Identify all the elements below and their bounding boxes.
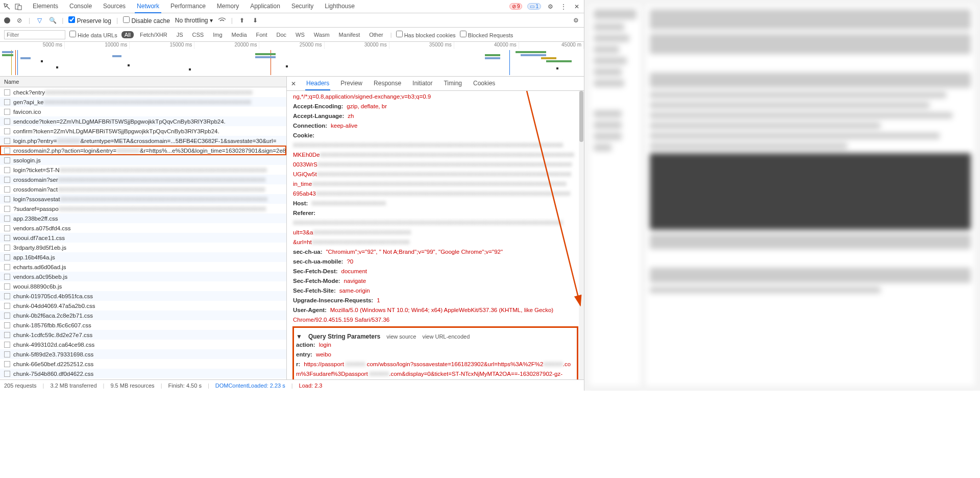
info-badge[interactable]: ▭ 1 xyxy=(527,3,541,10)
document-icon xyxy=(4,274,10,280)
query-string-parameters: ▼ Query String Parameters view source vi… xyxy=(293,327,578,379)
request-row[interactable]: chunk-75d4b860.df0d4622.css xyxy=(0,369,286,378)
request-row[interactable]: gen?api_keXXXXXXXXXXXXXXXXXXXXXXXXXXXXXX… xyxy=(0,97,286,107)
network-settings-icon[interactable]: ⚙ xyxy=(572,16,580,25)
document-icon xyxy=(4,293,10,299)
type-filter-img[interactable]: Img xyxy=(210,31,225,38)
tab-lighthouse[interactable]: Lighthouse xyxy=(323,0,357,13)
search-icon[interactable]: 🔍 xyxy=(48,16,57,25)
detail-tab-cookies[interactable]: Cookies xyxy=(472,77,496,90)
record-button[interactable] xyxy=(4,17,10,23)
type-filter-all[interactable]: All xyxy=(121,31,134,38)
accept-tail: ng,*/*;q=0.8,application/signed-exchange… xyxy=(293,93,431,100)
detail-tab-initiator[interactable]: Initiator xyxy=(411,77,433,90)
request-row[interactable]: crossdomain?actXXXXXXXXXXXXXXXXXXXXXXXXX… xyxy=(0,184,286,194)
network-toolbar: ⊘ | ▽ 🔍 | Preserve log | Disable cache N… xyxy=(0,13,584,28)
headers-pane[interactable]: ng,*/*;q=0.8,application/signed-exchange… xyxy=(287,91,584,379)
request-row[interactable]: echarts.ad6d06ad.js xyxy=(0,262,286,272)
request-row[interactable]: login.php?entry=XXXXXX&returntype=META&c… xyxy=(0,136,286,146)
device-toggle-icon[interactable] xyxy=(14,3,22,11)
request-row[interactable]: ?sudaref=passpoXXXXXXXXXXXXXXXXXXXXXXXXX… xyxy=(0,204,286,213)
request-row[interactable]: chunk-66e50bef.d2252512.css xyxy=(0,359,286,369)
view-source-link[interactable]: view source xyxy=(386,333,416,340)
request-row[interactable]: wooui.88890c6b.js xyxy=(0,281,286,291)
request-row[interactable]: ssologin.js xyxy=(0,155,286,165)
status-dcl: DOMContentLoaded: 2.23 s xyxy=(215,383,285,389)
accept-encoding: gzip, deflate, br xyxy=(347,103,387,109)
tab-application[interactable]: Application xyxy=(248,0,282,13)
error-badge[interactable]: ⊘ 9 xyxy=(509,3,523,10)
request-row[interactable]: chunk-5f89d2e3.79331698.css xyxy=(0,349,286,359)
request-row[interactable]: chunk-18576fbb.f6c6c607.css xyxy=(0,320,286,330)
tab-performance[interactable]: Performance xyxy=(168,0,208,13)
document-icon xyxy=(4,206,10,212)
request-row[interactable]: check?entryXXXXXXXXXXXXXXXXXXXXXXXXXXXXX… xyxy=(0,87,286,97)
inspect-icon[interactable] xyxy=(3,3,11,11)
hide-data-urls-checkbox[interactable]: Hide data URLs xyxy=(69,31,117,38)
type-filter-font[interactable]: Font xyxy=(253,31,271,38)
network-timeline[interactable]: 5000 ms10000 ms15000 ms20000 ms25000 ms3… xyxy=(0,42,584,77)
close-icon[interactable]: ✕ xyxy=(573,3,581,11)
scrollbar[interactable] xyxy=(579,91,584,379)
clear-icon[interactable]: ⊘ xyxy=(15,16,23,25)
request-row[interactable]: app.16b4f64a.js xyxy=(0,252,286,262)
filter-toggle-icon[interactable]: ▽ xyxy=(35,16,43,25)
tab-memory[interactable]: Memory xyxy=(215,0,241,13)
request-row[interactable]: chunk-4993102d.ca64ce98.css xyxy=(0,340,286,349)
request-row[interactable]: wooui.df7ace11.css xyxy=(0,233,286,243)
type-filter-other[interactable]: Other xyxy=(366,31,386,38)
type-filter-wasm[interactable]: Wasm xyxy=(311,31,333,38)
request-row[interactable]: chunk-04dd4069.47a5a2b0.css xyxy=(0,301,286,310)
type-filter-ws[interactable]: WS xyxy=(292,31,308,38)
request-row[interactable]: vendors.a0c95beb.js xyxy=(0,272,286,281)
tab-network[interactable]: Network xyxy=(135,0,161,13)
detail-tab-preview[interactable]: Preview xyxy=(339,77,363,90)
request-row[interactable]: chunk-0b2f6aca.2c8e2b71.css xyxy=(0,310,286,320)
blocked-cookies-checkbox[interactable]: Has blocked cookies xyxy=(396,31,456,38)
wifi-icon[interactable] xyxy=(218,16,226,25)
request-row[interactable]: chunk-019705cd.4b951fca.css xyxy=(0,291,286,301)
tab-security[interactable]: Security xyxy=(289,0,315,13)
detail-tab-timing[interactable]: Timing xyxy=(443,77,463,90)
request-row[interactable]: crossdomain2.php?action=login&entry=XXXX… xyxy=(0,146,286,155)
upload-icon[interactable]: ⬆ xyxy=(238,16,246,25)
type-filters: AllFetch/XHRJSCSSImgMediaFontDocWSWasmMa… xyxy=(121,31,386,38)
request-row[interactable]: confirm?token=2ZmVhLDgMAFBRiT5WSjjBpgwoj… xyxy=(0,126,286,136)
throttling-select[interactable]: No throttling ▾ xyxy=(175,17,213,24)
tab-sources[interactable]: Sources xyxy=(101,0,128,13)
preserve-log-checkbox[interactable]: Preserve log xyxy=(68,16,111,25)
type-filter-fetch-xhr[interactable]: Fetch/XHR xyxy=(137,31,170,38)
request-row[interactable]: app.238be2ff.css xyxy=(0,213,286,223)
tab-elements[interactable]: Elements xyxy=(31,0,60,13)
settings-icon[interactable]: ⚙ xyxy=(546,3,554,11)
type-filter-manifest[interactable]: Manifest xyxy=(336,31,363,38)
request-row[interactable]: vendors.a075dfd4.css xyxy=(0,223,286,233)
request-row[interactable]: favicon.ico xyxy=(0,107,286,116)
detail-tab-response[interactable]: Response xyxy=(373,77,402,90)
type-filter-js[interactable]: JS xyxy=(174,31,186,38)
blocked-requests-checkbox[interactable]: Blocked Requests xyxy=(460,31,513,38)
view-url-encoded-link[interactable]: view URL-encoded xyxy=(422,333,470,340)
document-icon xyxy=(4,264,10,270)
request-row[interactable]: chunk-1cdfc59c.8d2e27e7.css xyxy=(0,330,286,340)
filter-input[interactable] xyxy=(4,30,65,39)
disable-cache-checkbox[interactable]: Disable cache xyxy=(123,16,170,25)
status-requests: 205 requests xyxy=(4,383,37,389)
request-row[interactable]: crossdomain?serXXXXXXXXXXXXXXXXXXXXXXXXX… xyxy=(0,175,286,184)
close-detail-icon[interactable]: ✕ xyxy=(289,80,298,87)
detail-tab-headers[interactable]: Headers xyxy=(305,77,330,90)
type-filter-media[interactable]: Media xyxy=(229,31,250,38)
request-row[interactable]: sendcode?token=2ZmVhLDgMAFBRiT5WSjjBpgwo… xyxy=(0,116,286,126)
download-icon[interactable]: ⬇ xyxy=(251,16,259,25)
name-column-header[interactable]: Name xyxy=(0,77,286,87)
more-icon[interactable]: ⋮ xyxy=(559,3,568,11)
request-row[interactable]: login?ticket=ST-NXXXXXXXXXXXXXXXXXXXXXXX… xyxy=(0,165,286,175)
type-filter-css[interactable]: CSS xyxy=(189,31,207,38)
request-row[interactable]: 3rdparty.89d5f1eb.js xyxy=(0,243,286,252)
network-status-bar: 205 requests| 3.2 MB transferred| 9.5 MB… xyxy=(0,379,584,391)
request-row[interactable]: login?ssosavestatXXXXXXXXXXXXXXXXXXXXXXX… xyxy=(0,194,286,204)
tab-console[interactable]: Console xyxy=(67,0,94,13)
type-filter-doc[interactable]: Doc xyxy=(274,31,290,38)
status-resources: 9.5 MB resources xyxy=(110,383,154,389)
request-list-body: check?entryXXXXXXXXXXXXXXXXXXXXXXXXXXXXX… xyxy=(0,87,286,379)
